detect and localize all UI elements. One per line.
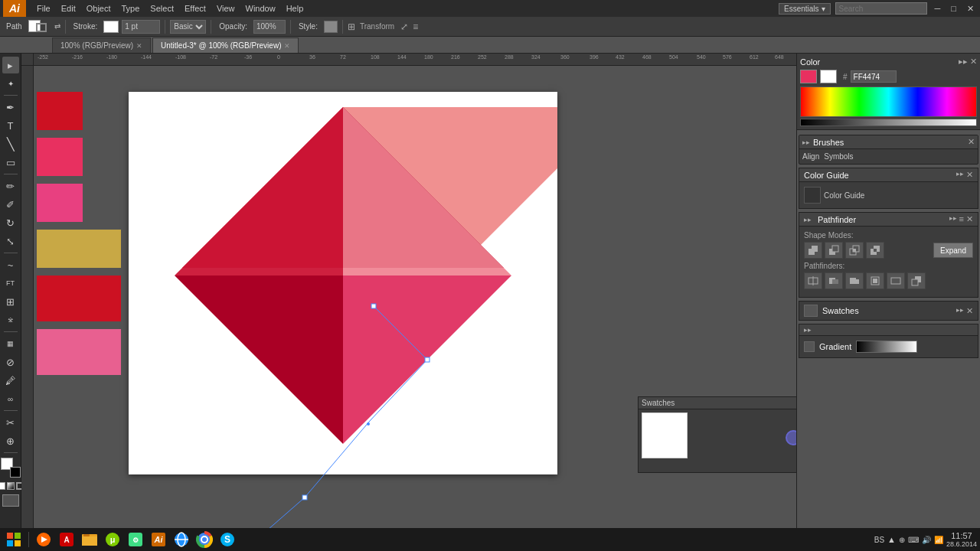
blend-tool[interactable]: ∞ <box>2 390 19 407</box>
pathfinder-expand-btn[interactable]: ▸▸ <box>949 214 957 224</box>
direct-selection-tool[interactable]: ✦ <box>2 75 19 92</box>
menu-window[interactable]: Window <box>241 2 280 15</box>
warp-tool[interactable]: ~ <box>2 256 19 273</box>
media-player-icon[interactable] <box>33 529 54 550</box>
stroke-color-swatch[interactable] <box>103 21 119 33</box>
symbol-tool[interactable]: ※ <box>2 311 19 328</box>
tab-2-close[interactable]: ✕ <box>284 42 290 50</box>
color-panel-close[interactable]: ✕ <box>970 57 977 67</box>
tab-1[interactable]: 100% (RGB/Preview) ✕ <box>52 37 151 53</box>
close-button[interactable]: ✕ <box>964 4 977 14</box>
brushes-close[interactable]: ✕ <box>968 137 975 147</box>
menu-select[interactable]: Select <box>145 2 178 15</box>
gradient-swatch-small[interactable] <box>804 341 815 352</box>
minus-back-btn[interactable] <box>907 272 926 289</box>
color-guide-close[interactable]: ✕ <box>966 170 973 180</box>
fill-stroke-indicator[interactable] <box>28 18 51 35</box>
outline-btn[interactable] <box>887 272 905 289</box>
divide-btn[interactable] <box>804 272 822 289</box>
essentials-button[interactable]: Essentials ▾ <box>779 3 831 15</box>
torrent-icon[interactable]: μ <box>102 529 123 550</box>
start-button[interactable] <box>3 529 24 550</box>
color-bar[interactable] <box>800 119 977 126</box>
swatch-gold[interactable] <box>37 230 121 268</box>
search-input[interactable] <box>835 2 927 15</box>
tray-icon-1[interactable]: ▲ <box>887 535 896 544</box>
fg-color-swatch[interactable] <box>800 70 817 83</box>
brush-select[interactable]: Basic <box>170 20 206 34</box>
canvas-area[interactable]: -252 -216 -180 -144 -108 -72 -36 0 36 72… <box>21 54 796 534</box>
gradient-expand-icon[interactable]: ▸▸ <box>804 326 812 334</box>
maximize-button[interactable]: □ <box>948 4 959 13</box>
color-guide-expand[interactable]: ▸▸ <box>956 170 964 180</box>
bg-color-swatch[interactable] <box>820 70 837 83</box>
tray-icon-4[interactable]: 🔊 <box>922 536 931 544</box>
crop-btn[interactable] <box>866 272 884 289</box>
transform-icon[interactable]: ⤢ <box>400 21 408 32</box>
paint-bucket-tool[interactable]: ⊘ <box>2 354 19 370</box>
eyedropper-tool[interactable]: 🖉 <box>2 372 19 389</box>
trim-btn[interactable] <box>825 272 843 289</box>
swatch-hot-pink-small[interactable] <box>37 184 83 222</box>
unite-btn[interactable] <box>804 242 822 259</box>
pencil-tool[interactable]: ✐ <box>2 196 19 213</box>
tray-icon-3[interactable]: ⌨ <box>908 536 919 544</box>
symbols-label[interactable]: Symbols <box>824 152 853 161</box>
swatch-red-small[interactable] <box>37 92 83 130</box>
android-icon[interactable]: ⚙ <box>125 529 146 550</box>
zoom-tool[interactable]: ⊕ <box>2 432 19 449</box>
pen-tool[interactable]: ✒ <box>2 99 19 116</box>
gradient-preview[interactable] <box>856 341 917 353</box>
align-label[interactable]: Align <box>802 152 819 161</box>
swap-colors-icon[interactable]: ⇄ <box>54 22 60 31</box>
minus-front-btn[interactable] <box>825 242 843 259</box>
selection-tool[interactable]: ▸ <box>2 57 19 73</box>
swatches-icon[interactable] <box>804 305 818 317</box>
stroke-swatch[interactable] <box>36 23 47 32</box>
align-icon[interactable]: ≡ <box>413 21 418 32</box>
line-tool[interactable]: ╲ <box>2 135 19 152</box>
file-manager-icon[interactable] <box>79 529 100 550</box>
free-transform-tool[interactable]: FT <box>2 275 19 292</box>
lang-icon[interactable]: BS <box>874 536 884 544</box>
menu-effect[interactable]: Effect <box>180 2 211 15</box>
minimize-button[interactable]: ─ <box>932 4 944 13</box>
opacity-input[interactable] <box>253 20 286 34</box>
background-color[interactable] <box>10 467 21 478</box>
stroke-weight-input[interactable] <box>122 20 160 34</box>
tray-icon-2[interactable]: ⊕ <box>899 536 905 544</box>
screen-mode-icon[interactable] <box>2 494 19 507</box>
shape-tool[interactable]: ▭ <box>2 154 19 171</box>
skype-icon[interactable]: S <box>217 529 238 550</box>
swatch-red-large[interactable] <box>37 276 121 321</box>
menu-object[interactable]: Object <box>82 2 116 15</box>
antivirus-icon[interactable]: A <box>56 529 77 550</box>
menu-help[interactable]: Help <box>282 2 309 15</box>
color-panel-expand[interactable]: ▸▸ <box>959 57 968 67</box>
clock[interactable]: 11:57 28.6.2014 <box>946 531 977 548</box>
menu-view[interactable]: View <box>212 2 240 15</box>
merge-btn[interactable] <box>845 272 864 289</box>
menu-type[interactable]: Type <box>117 2 145 15</box>
chrome-icon[interactable] <box>194 529 215 550</box>
tab-1-close[interactable]: ✕ <box>136 42 142 50</box>
ie-icon[interactable] <box>171 529 192 550</box>
arrange-icon[interactable]: ⊞ <box>348 21 355 32</box>
illustrator-icon[interactable]: Ai <box>148 529 169 550</box>
paintbrush-tool[interactable]: ✏ <box>2 178 19 194</box>
pathfinder-close[interactable]: ✕ <box>966 214 973 224</box>
tray-icon-5[interactable]: 📶 <box>934 536 943 544</box>
style-preview[interactable] <box>324 21 338 33</box>
expand-button[interactable]: Expand <box>933 243 973 258</box>
swatches-float-panel[interactable]: Swatches ▸ ☰ <box>638 396 796 473</box>
swatch-pink-small[interactable] <box>37 138 83 176</box>
tab-2[interactable]: Untitled-3* @ 100% (RGB/Preview) ✕ <box>152 37 299 53</box>
fill-stroke-swatches[interactable] <box>1 458 21 478</box>
color-spectrum[interactable] <box>800 86 977 117</box>
rotate-tool[interactable]: ↻ <box>2 214 19 231</box>
exclude-btn[interactable] <box>866 242 884 259</box>
menu-edit[interactable]: Edit <box>57 2 80 15</box>
brushes-expand-icon[interactable]: ▸▸ <box>802 139 810 146</box>
graph-tool[interactable]: ⊞ <box>2 293 19 310</box>
type-tool[interactable]: T <box>2 117 19 134</box>
